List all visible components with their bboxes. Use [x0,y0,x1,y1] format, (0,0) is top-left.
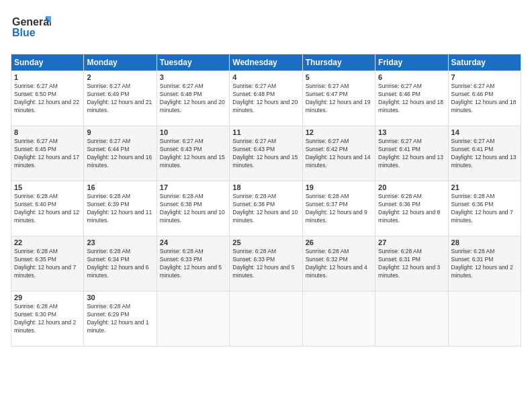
calendar-day-cell: 12Sunrise: 6:27 AMSunset: 6:42 PMDayligh… [302,126,375,181]
day-number: 25 [232,238,299,246]
day-number: 11 [232,128,299,136]
day-number: 9 [87,128,153,136]
calendar-day-cell: 4Sunrise: 6:27 AMSunset: 6:48 PMDaylight… [230,71,302,126]
day-number: 5 [306,73,372,81]
day-info: Sunrise: 6:27 AMSunset: 6:43 PMDaylight:… [232,138,299,170]
calendar-day-cell: 23Sunrise: 6:28 AMSunset: 6:34 PMDayligh… [84,236,157,291]
logo: General Blue [11,11,51,47]
day-info: Sunrise: 6:28 AMSunset: 6:35 PMDaylight:… [14,248,81,280]
page-header: General Blue [11,11,521,47]
day-info: Sunrise: 6:28 AMSunset: 6:40 PMDaylight:… [14,193,81,225]
svg-text:General: General [12,16,51,28]
day-number: 18 [232,183,299,191]
day-info: Sunrise: 6:27 AMSunset: 6:49 PMDaylight:… [87,83,153,115]
header-sunday: Sunday [11,54,84,71]
header-monday: Monday [84,54,157,71]
day-number: 7 [451,73,518,81]
header-tuesday: Tuesday [157,54,229,71]
calendar-week-row: 29Sunrise: 6:28 AMSunset: 6:30 PMDayligh… [11,291,521,347]
calendar-day-cell: 22Sunrise: 6:28 AMSunset: 6:35 PMDayligh… [11,236,84,291]
day-info: Sunrise: 6:28 AMSunset: 6:31 PMDaylight:… [378,248,445,280]
day-number: 13 [378,128,445,136]
calendar-day-cell: 17Sunrise: 6:28 AMSunset: 6:38 PMDayligh… [157,181,229,236]
day-info: Sunrise: 6:28 AMSunset: 6:31 PMDaylight:… [451,248,518,280]
day-info: Sunrise: 6:28 AMSunset: 6:30 PMDaylight:… [14,303,81,335]
day-number: 21 [451,183,518,191]
calendar-day-cell: 5Sunrise: 6:27 AMSunset: 6:47 PMDaylight… [302,71,375,126]
calendar-day-cell [302,291,375,347]
day-info: Sunrise: 6:28 AMSunset: 6:33 PMDaylight:… [160,248,226,280]
calendar-day-cell: 9Sunrise: 6:27 AMSunset: 6:44 PMDaylight… [84,126,157,181]
day-info: Sunrise: 6:28 AMSunset: 6:32 PMDaylight:… [306,248,372,280]
calendar-day-cell: 2Sunrise: 6:27 AMSunset: 6:49 PMDaylight… [84,71,157,126]
calendar-day-cell: 24Sunrise: 6:28 AMSunset: 6:33 PMDayligh… [157,236,229,291]
calendar-week-row: 15Sunrise: 6:28 AMSunset: 6:40 PMDayligh… [11,181,521,236]
calendar-day-cell: 14Sunrise: 6:27 AMSunset: 6:41 PMDayligh… [448,126,521,181]
day-info: Sunrise: 6:27 AMSunset: 6:44 PMDaylight:… [87,138,153,170]
calendar-week-row: 22Sunrise: 6:28 AMSunset: 6:35 PMDayligh… [11,236,521,291]
calendar-header-row: Sunday Monday Tuesday Wednesday Thursday… [11,54,521,71]
header-wednesday: Wednesday [230,54,302,71]
calendar-day-cell: 19Sunrise: 6:28 AMSunset: 6:37 PMDayligh… [302,181,375,236]
day-info: Sunrise: 6:27 AMSunset: 6:50 PMDaylight:… [14,83,81,115]
day-number: 8 [14,128,81,136]
day-info: Sunrise: 6:27 AMSunset: 6:41 PMDaylight:… [378,138,445,170]
day-number: 26 [306,238,372,246]
calendar-day-cell: 28Sunrise: 6:28 AMSunset: 6:31 PMDayligh… [448,236,521,291]
calendar-day-cell: 13Sunrise: 6:27 AMSunset: 6:41 PMDayligh… [375,126,448,181]
day-info: Sunrise: 6:27 AMSunset: 6:48 PMDaylight:… [232,83,299,115]
day-info: Sunrise: 6:27 AMSunset: 6:41 PMDaylight:… [451,138,518,170]
day-number: 19 [306,183,372,191]
day-number: 23 [87,238,153,246]
day-info: Sunrise: 6:28 AMSunset: 6:38 PMDaylight:… [232,193,299,225]
day-number: 4 [232,73,299,81]
header-thursday: Thursday [302,54,375,71]
day-number: 14 [451,128,518,136]
day-info: Sunrise: 6:27 AMSunset: 6:46 PMDaylight:… [451,83,518,115]
header-friday: Friday [375,54,448,71]
calendar-day-cell: 6Sunrise: 6:27 AMSunset: 6:46 PMDaylight… [375,71,448,126]
calendar-day-cell: 29Sunrise: 6:28 AMSunset: 6:30 PMDayligh… [11,291,84,347]
calendar-day-cell: 8Sunrise: 6:27 AMSunset: 6:45 PMDaylight… [11,126,84,181]
day-info: Sunrise: 6:28 AMSunset: 6:36 PMDaylight:… [451,193,518,225]
calendar-week-row: 1Sunrise: 6:27 AMSunset: 6:50 PMDaylight… [11,71,521,126]
calendar-day-cell: 3Sunrise: 6:27 AMSunset: 6:48 PMDaylight… [157,71,229,126]
day-info: Sunrise: 6:28 AMSunset: 6:37 PMDaylight:… [306,193,372,225]
calendar-day-cell: 25Sunrise: 6:28 AMSunset: 6:33 PMDayligh… [230,236,302,291]
day-number: 29 [14,293,81,302]
day-number: 27 [378,238,445,246]
day-info: Sunrise: 6:28 AMSunset: 6:33 PMDaylight:… [232,248,299,280]
day-number: 16 [87,183,153,191]
day-number: 1 [14,73,81,81]
day-info: Sunrise: 6:27 AMSunset: 6:48 PMDaylight:… [160,83,226,115]
day-info: Sunrise: 6:28 AMSunset: 6:36 PMDaylight:… [378,193,445,225]
day-number: 15 [14,183,81,191]
calendar-day-cell [448,291,521,347]
day-number: 6 [378,73,445,81]
day-info: Sunrise: 6:28 AMSunset: 6:38 PMDaylight:… [160,193,226,225]
day-number: 30 [87,293,153,302]
day-info: Sunrise: 6:28 AMSunset: 6:29 PMDaylight:… [87,303,153,335]
calendar-day-cell: 16Sunrise: 6:28 AMSunset: 6:39 PMDayligh… [84,181,157,236]
calendar-day-cell [230,291,302,347]
calendar-day-cell: 27Sunrise: 6:28 AMSunset: 6:31 PMDayligh… [375,236,448,291]
calendar-day-cell: 15Sunrise: 6:28 AMSunset: 6:40 PMDayligh… [11,181,84,236]
calendar-day-cell: 7Sunrise: 6:27 AMSunset: 6:46 PMDaylight… [448,71,521,126]
day-info: Sunrise: 6:27 AMSunset: 6:43 PMDaylight:… [160,138,226,170]
calendar-table: Sunday Monday Tuesday Wednesday Thursday… [11,54,521,347]
day-number: 20 [378,183,445,191]
logo-icon: General Blue [11,11,51,44]
day-info: Sunrise: 6:28 AMSunset: 6:39 PMDaylight:… [87,193,153,225]
calendar-day-cell: 18Sunrise: 6:28 AMSunset: 6:38 PMDayligh… [230,181,302,236]
day-number: 24 [160,238,226,246]
calendar-day-cell [157,291,229,347]
day-info: Sunrise: 6:27 AMSunset: 6:47 PMDaylight:… [306,83,372,115]
calendar-day-cell: 30Sunrise: 6:28 AMSunset: 6:29 PMDayligh… [84,291,157,347]
calendar-day-cell: 11Sunrise: 6:27 AMSunset: 6:43 PMDayligh… [230,126,302,181]
calendar-day-cell: 10Sunrise: 6:27 AMSunset: 6:43 PMDayligh… [157,126,229,181]
day-number: 28 [451,238,518,246]
day-info: Sunrise: 6:28 AMSunset: 6:34 PMDaylight:… [87,248,153,280]
calendar-day-cell: 26Sunrise: 6:28 AMSunset: 6:32 PMDayligh… [302,236,375,291]
day-number: 10 [160,128,226,136]
day-number: 12 [306,128,372,136]
